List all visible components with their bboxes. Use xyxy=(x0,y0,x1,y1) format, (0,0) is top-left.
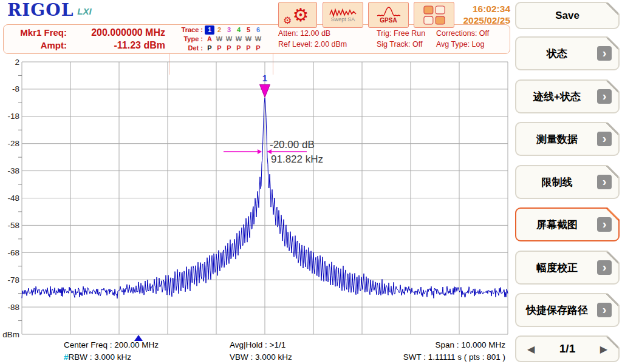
trace-number-2[interactable]: 2 xyxy=(214,25,224,35)
trace-type-1[interactable]: A xyxy=(205,35,214,44)
sidebar-button-5[interactable]: 屏幕截图› xyxy=(515,207,620,241)
sidebar-button-4[interactable]: 限制线› xyxy=(515,165,620,199)
page-selector[interactable]: ◀ 1/1 ▶ xyxy=(515,335,620,362)
sidebar-button-2[interactable]: 迹线+状态› xyxy=(515,79,620,113)
atten-value: Atten: 12.00 dB xyxy=(278,28,347,39)
y-axis-label: -18 xyxy=(7,112,19,121)
marker-ampt-value: -11.23 dBm xyxy=(67,39,165,52)
ref-level-value: Ref Level: 2.00 dBm xyxy=(278,39,347,50)
y-axis-label: -78 xyxy=(7,275,19,285)
gear-small-icon: ⚙ xyxy=(283,15,292,26)
date-value: 2025/02/25 xyxy=(449,15,510,26)
trace-det-1[interactable]: P xyxy=(205,44,214,53)
sidebar-button-3[interactable]: 测量数据› xyxy=(515,122,620,156)
trace-det-6[interactable]: P xyxy=(253,44,263,53)
sidebar-button-label: 迹线+状态 xyxy=(522,81,592,112)
trace-det-2[interactable]: P xyxy=(214,44,224,53)
screen: { "brand": { "logo": "RIGOL", "lxi": "LX… xyxy=(0,0,622,364)
chevron-right-icon: › xyxy=(597,217,612,232)
gpsa-label: GPSA xyxy=(380,17,397,24)
apps-grid-icon xyxy=(423,5,446,25)
arrow-right-icon xyxy=(258,149,262,154)
trace-number-1[interactable]: 1 xyxy=(205,25,214,35)
bw-freq-annotation: 91.822 kHz xyxy=(271,153,323,165)
span-readout: Span : 10.000 MHz xyxy=(340,340,505,349)
y-axis-label: -58 xyxy=(7,221,19,230)
marker-number: 1 xyxy=(262,73,267,83)
settings-button[interactable]: ⚙ ⚙ xyxy=(278,2,317,28)
save-button-label: Save xyxy=(516,3,618,28)
trace-number-5[interactable]: 5 xyxy=(244,25,253,35)
chevron-right-icon: › xyxy=(597,260,612,275)
marker-freq-value: 200.000000 MHz xyxy=(67,26,165,39)
y-axis-label: -38 xyxy=(7,166,19,175)
sidebar-button-1[interactable]: 状态› xyxy=(515,36,620,70)
marker-readout: Mkr1 Freq: 200.000000 MHz Ampt: -11.23 d… xyxy=(6,26,165,52)
apps-button[interactable] xyxy=(414,2,454,28)
chevron-right-icon: › xyxy=(597,46,612,61)
y-axis-label: 2 xyxy=(15,58,19,67)
trace-number-4[interactable]: 4 xyxy=(234,25,244,35)
y-axis-label: -8 xyxy=(12,84,19,93)
trace-type-5[interactable]: W xyxy=(244,35,253,44)
clock: 16:02:34 2025/02/25 xyxy=(449,3,510,26)
center-freq-readout: Center Freq : 200.00 MHz xyxy=(64,340,159,349)
trace-det-5[interactable]: P xyxy=(244,44,253,53)
gaussian-peak-icon xyxy=(373,6,405,18)
trace-row-label: Trace : xyxy=(176,25,203,35)
swt-readout: SWT : 1.11111 s ( pts : 801 ) xyxy=(340,352,505,362)
sidebar-button-label: 测量数据 xyxy=(522,123,592,155)
gear-icon: ⚙ xyxy=(293,6,309,24)
sidebar-button-6[interactable]: 幅度校正› xyxy=(515,251,620,285)
sidebar-button-label: 限制线 xyxy=(522,166,592,198)
trace-det-3[interactable]: P xyxy=(224,44,234,53)
y-axis-label: dBm xyxy=(2,330,19,339)
lxi-badge: LXI xyxy=(77,6,91,16)
trig-value: Trig: Free Run xyxy=(377,28,425,39)
chevron-right-icon: › xyxy=(597,175,612,189)
chevron-right-icon: › xyxy=(597,303,612,317)
y-axis-label: -88 xyxy=(7,303,19,312)
trace-type-3[interactable]: W xyxy=(224,35,234,44)
chevron-right-icon: › xyxy=(597,89,612,104)
sidebar-button-label: 状态 xyxy=(522,38,592,69)
swept-sa-button[interactable]: Swept SA xyxy=(323,2,363,28)
spectrum-display: 2-8-18-28-38-48-58-68-78-88dBm1-20.00 dB… xyxy=(0,58,513,346)
sig-track-value: Sig Track: Off xyxy=(377,39,425,50)
trace-type-2[interactable]: W xyxy=(214,35,224,44)
sidebar-button-7[interactable]: 快捷保存路径› xyxy=(515,293,620,327)
trace-type-4[interactable]: W xyxy=(234,35,244,44)
marker-down-triangle-icon xyxy=(260,84,270,97)
y-axis-label: -68 xyxy=(7,248,19,257)
brand-name: RIGOL xyxy=(7,0,73,20)
sidebar-button-label: 快捷保存路径 xyxy=(522,294,592,326)
corrections-block: Corrections: Off Avg Type: Log xyxy=(436,28,489,50)
rbw-coupled-flag: # xyxy=(64,352,69,362)
trace-row-label: Type : xyxy=(176,35,203,44)
save-button[interactable]: Save xyxy=(515,2,620,29)
trace-number-6[interactable]: 6 xyxy=(253,25,263,35)
marker-ampt-label: Ampt: xyxy=(6,39,67,52)
sidebar-button-label: 幅度校正 xyxy=(522,252,592,283)
trace-row-label: Det : xyxy=(176,44,203,53)
trace-type-6[interactable]: W xyxy=(253,35,263,44)
time-value: 16:02:34 xyxy=(449,3,510,15)
rbw-value: RBW : 3.000 kHz xyxy=(69,352,132,362)
atten-block: Atten: 12.00 dB Ref Level: 2.00 dBm xyxy=(278,28,347,50)
spectrum-plot: 2-8-18-28-38-48-58-68-78-88dBm1-20.00 dB… xyxy=(0,58,513,346)
trace-table: Trace :123456Type :AWWWWWDet :PPPPPP xyxy=(176,25,267,53)
bw-db-annotation: -20.00 dB xyxy=(270,139,315,150)
vbw-readout: VBW : 3.000 kHz xyxy=(230,352,292,362)
trace-det-4[interactable]: P xyxy=(234,44,244,53)
page-next-icon[interactable]: ▶ xyxy=(600,343,607,355)
swept-sa-label: Swept SA xyxy=(331,16,355,22)
y-axis-label: -48 xyxy=(7,194,19,203)
marker-freq-label: Mkr1 Freq: xyxy=(6,26,67,39)
trace-number-3[interactable]: 3 xyxy=(224,25,234,35)
trig-block: Trig: Free Run Sig Track: Off xyxy=(377,28,425,50)
chevron-right-icon: › xyxy=(597,132,612,146)
rbw-readout: #RBW : 3.000 kHz xyxy=(64,352,131,362)
gpsa-button[interactable]: GPSA xyxy=(368,2,409,28)
avg-hold-readout: Avg|Hold : >1/1 xyxy=(230,340,285,349)
sidebar-button-label: 屏幕截图 xyxy=(522,209,592,240)
